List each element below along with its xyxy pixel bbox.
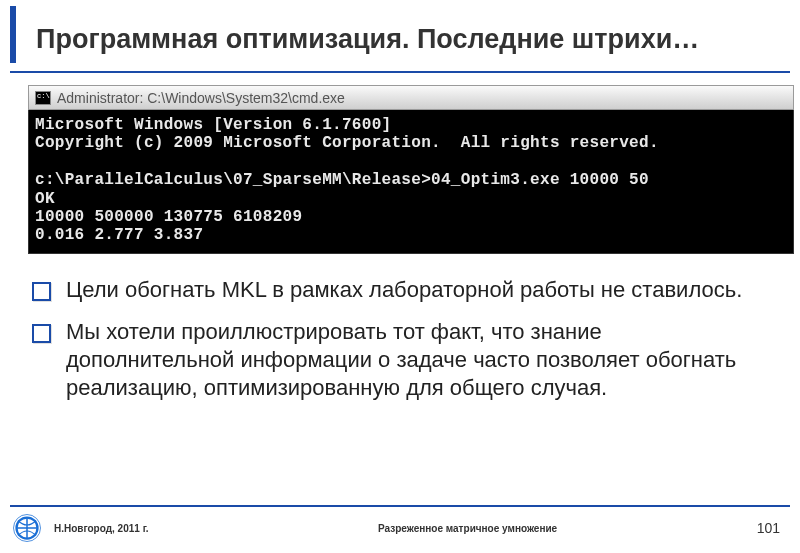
slide-footer: Н.Новгород, 2011 г. Разреженное матрично… [0,505,800,545]
body-content: Цели обогнать MKL в рамках лабораторной … [30,276,764,403]
console-line: c:\ParallelCalculus\07_SparseMM\Release>… [35,171,649,189]
university-logo-icon [12,513,42,543]
footer-page-number: 101 [757,520,780,536]
footer-location: Н.Новгород, 2011 г. [54,523,149,534]
console-line: OK [35,190,55,208]
footer-divider [10,505,790,507]
console-titlebar: Administrator: C:\Windows\System32\cmd.e… [28,85,794,110]
console-line: Copyright (c) 2009 Microsoft Corporation… [35,134,659,152]
slide-title-area: Программная оптимизация. Последние штрих… [10,6,790,63]
console-window: Administrator: C:\Windows\System32\cmd.e… [28,85,794,254]
footer-subject: Разреженное матричное умножение [378,523,557,534]
console-line: Microsoft Windows [Version 6.1.7600] [35,116,391,134]
bullet-item: Цели обогнать MKL в рамках лабораторной … [30,276,764,304]
bullet-item: Мы хотели проиллюстрировать тот факт, чт… [30,318,764,402]
cmd-icon [35,91,51,105]
console-output: Microsoft Windows [Version 6.1.7600] Cop… [28,110,794,254]
console-title-text: Administrator: C:\Windows\System32\cmd.e… [57,90,345,106]
console-line: 0.016 2.777 3.837 [35,226,203,244]
console-line: 10000 500000 130775 6108209 [35,208,302,226]
slide-title: Программная оптимизация. Последние штрих… [36,24,770,55]
bullet-list: Цели обогнать MKL в рамках лабораторной … [30,276,764,403]
title-divider [10,71,790,73]
